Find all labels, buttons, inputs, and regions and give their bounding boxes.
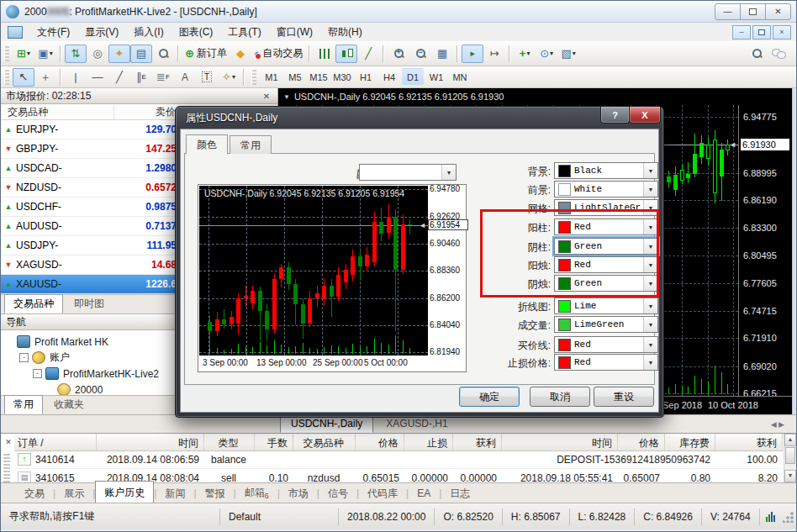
- color-combo-LimeGreen[interactable]: LimeGreen▼: [554, 316, 658, 333]
- chart-document-icon[interactable]: [8, 26, 23, 39]
- auto-trading-button[interactable]: ●自动交易: [251, 45, 305, 63]
- terminal-column-10[interactable]: 库存费: [665, 434, 715, 450]
- chat-button[interactable]: [768, 45, 789, 63]
- fibonacci-button[interactable]: ≣F: [152, 68, 174, 87]
- scroll-up-icon[interactable]: ▲: [784, 434, 796, 446]
- collapse-icon[interactable]: -: [19, 353, 29, 362]
- toolbar-grip[interactable]: [4, 46, 9, 61]
- line-chart-button[interactable]: ╱: [357, 45, 379, 63]
- menu-item-文件(F)[interactable]: 文件(F): [29, 23, 77, 41]
- new-chart-button[interactable]: ⊞▾: [13, 45, 34, 63]
- timeframe-M5[interactable]: M5: [284, 68, 306, 86]
- ok-button[interactable]: 确定: [459, 387, 520, 407]
- terminal-column-9[interactable]: 价格: [618, 434, 665, 450]
- timeframe-H1[interactable]: H1: [355, 68, 377, 86]
- cancel-button[interactable]: 取消: [530, 387, 590, 407]
- templates-button[interactable]: ▧▾: [557, 45, 579, 63]
- bar-chart-button[interactable]: [314, 45, 335, 63]
- terminal-column-8[interactable]: 时间: [502, 434, 618, 450]
- terminal-column-2[interactable]: 类型: [204, 434, 255, 450]
- restore-button[interactable]: [740, 3, 766, 20]
- color-combo-Green[interactable]: Green▼: [554, 238, 658, 255]
- mdi-minimize-button[interactable]: –: [732, 25, 751, 40]
- trendline-button[interactable]: ╱: [108, 68, 130, 87]
- resize-grip[interactable]: [783, 511, 794, 523]
- color-style-combo[interactable]: ▼: [359, 164, 457, 181]
- menu-item-插入(I)[interactable]: 插入(I): [126, 23, 171, 41]
- mdi-close-button[interactable]: ×: [773, 25, 791, 40]
- label-tool-button[interactable]: T: [196, 68, 218, 87]
- menu-item-帮助(H)[interactable]: 帮助(H): [320, 23, 370, 41]
- tile-windows-button[interactable]: ▦: [431, 45, 453, 63]
- timeframe-W1[interactable]: W1: [425, 68, 447, 86]
- terminal-tab-代码库[interactable]: 代码库: [359, 484, 406, 503]
- status-template-name[interactable]: Default: [220, 508, 339, 525]
- terminal-tab-EA[interactable]: EA: [409, 485, 439, 502]
- tab-即时图[interactable]: 即时图: [65, 294, 113, 313]
- market-watch-button[interactable]: ⇅: [65, 45, 87, 63]
- terminal-tab-市场[interactable]: 市场: [280, 484, 317, 503]
- terminal-column-11[interactable]: 获利: [715, 434, 783, 450]
- dialog-help-button[interactable]: ?: [600, 107, 630, 124]
- menu-item-工具(T)[interactable]: 工具(T): [220, 23, 268, 41]
- tab-收藏夹[interactable]: 收藏夹: [45, 395, 93, 414]
- color-combo-Red[interactable]: Red▼: [554, 336, 658, 353]
- vertical-scrollbar[interactable]: [792, 88, 797, 433]
- tab-scroll-arrows-icon[interactable]: ◀ ▶: [771, 420, 784, 429]
- toolbar-grip[interactable]: [4, 70, 9, 85]
- menu-item-图表(C)[interactable]: 图表(C): [172, 23, 221, 41]
- terminal-tab-日志[interactable]: 日志: [441, 484, 478, 503]
- terminal-tab-警报[interactable]: 警报: [197, 484, 234, 503]
- color-combo-Green[interactable]: Green▼: [554, 275, 658, 292]
- terminal-tab-邮箱[interactable]: 邮箱6: [236, 483, 277, 503]
- timeframe-MN[interactable]: MN: [449, 68, 471, 86]
- market-watch-close-icon[interactable]: ✕: [261, 92, 272, 101]
- tab-常用[interactable]: 常用: [4, 395, 43, 414]
- terminal-tab-交易[interactable]: 交易: [16, 484, 53, 503]
- reset-button[interactable]: 重设: [594, 387, 654, 407]
- data-window-button[interactable]: ◎: [87, 45, 108, 63]
- timeframe-M1[interactable]: M1: [261, 68, 282, 86]
- terminal-scrollbar[interactable]: ▲ ▼: [784, 434, 796, 482]
- strategy-tester-button[interactable]: [152, 45, 174, 63]
- column-symbol[interactable]: 交易品种: [1, 105, 114, 119]
- chevron-down-icon[interactable]: ▼: [283, 93, 290, 101]
- scroll-thumb[interactable]: [785, 447, 795, 464]
- color-combo-Red[interactable]: Red▼: [554, 219, 658, 235]
- dialog-tab-颜色[interactable]: 颜色: [186, 134, 228, 155]
- menu-item-窗口(W)[interactable]: 窗口(W): [269, 23, 320, 41]
- channel-button[interactable]: ∥E: [130, 68, 152, 87]
- crosshair-tool-button[interactable]: ＋: [34, 68, 56, 87]
- profiles-button[interactable]: ▣▾: [34, 45, 56, 63]
- text-tool-button[interactable]: A: [174, 68, 196, 87]
- dialog-close-button[interactable]: X: [629, 107, 661, 124]
- new-order-button[interactable]: ⊕新订单: [182, 45, 230, 63]
- timeframe-M30[interactable]: M30: [331, 68, 353, 86]
- color-combo-Red[interactable]: Red▼: [554, 256, 658, 273]
- timeframe-H4[interactable]: H4: [378, 68, 400, 86]
- column-bid[interactable]: 卖价: [114, 105, 180, 119]
- collapse-icon[interactable]: -: [33, 369, 42, 378]
- terminal-tab-账户历史[interactable]: 账户历史: [95, 481, 154, 503]
- auto-scroll-button[interactable]: ▸: [462, 45, 483, 63]
- terminal-column-6[interactable]: 止损: [404, 434, 453, 450]
- terminal-column-0[interactable]: 订单 /: [14, 434, 97, 450]
- timeframe-M15[interactable]: M15: [308, 68, 330, 86]
- indicators-button[interactable]: +▾: [514, 45, 536, 63]
- minimize-button[interactable]: —: [715, 3, 741, 20]
- terminal-grip[interactable]: [3, 454, 10, 482]
- color-combo-Lime[interactable]: Lime▼: [554, 298, 658, 314]
- terminal-column-5[interactable]: 价格: [356, 434, 404, 450]
- toolbar-grip[interactable]: [251, 70, 256, 85]
- zoom-out-button[interactable]: −: [409, 45, 431, 63]
- close-button[interactable]: ✕: [765, 3, 791, 20]
- terminal-tab-信号[interactable]: 信号: [319, 484, 356, 503]
- periods-button[interactable]: ⊙▾: [536, 45, 557, 63]
- terminal-button[interactable]: ▤: [130, 45, 152, 63]
- terminal-close-icon[interactable]: ✕: [3, 436, 14, 448]
- terminal-row[interactable]: ↑34106142018.09.14 08:06:59balanceDEPOSI…: [14, 450, 783, 469]
- color-combo-White[interactable]: White▼: [554, 181, 658, 198]
- navigator-button[interactable]: ✦: [108, 45, 130, 63]
- dialog-tab-常用[interactable]: 常用: [230, 135, 272, 154]
- timeframe-D1[interactable]: D1: [402, 68, 424, 86]
